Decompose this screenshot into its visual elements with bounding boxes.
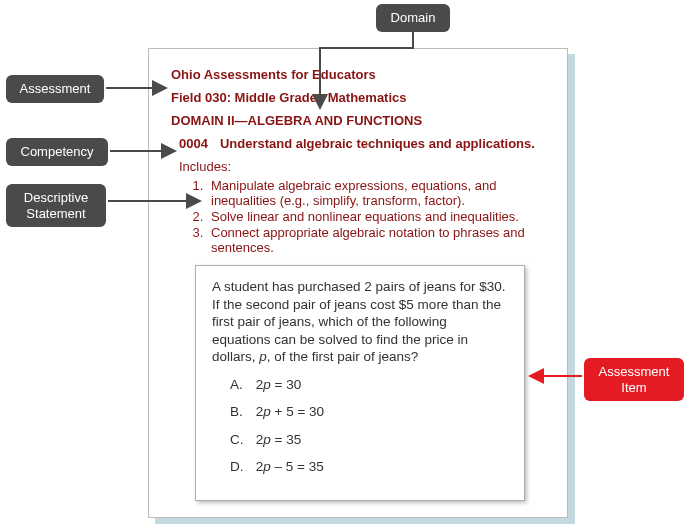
callout-domain: Domain — [376, 4, 450, 32]
descriptive-statements-list: Manipulate algebraic expressions, equati… — [207, 178, 549, 255]
competency-row: 0004 Understand algebraic techniques and… — [179, 136, 549, 151]
includes-label: Includes: — [179, 159, 549, 174]
callout-competency: Competency — [6, 138, 108, 166]
callout-descriptive-statement: Descriptive Statement — [6, 184, 106, 227]
choice-d: D. 2p – 5 = 35 — [230, 458, 508, 476]
choice-b: B. 2p + 5 = 30 — [230, 403, 508, 421]
stem-post: , of the first pair of jeans? — [267, 349, 419, 364]
choice-d-letter: D. — [230, 458, 252, 476]
choice-c-post: = 35 — [271, 432, 301, 447]
choice-d-var: p — [263, 459, 271, 474]
stem-var: p — [259, 349, 267, 364]
item-stem: A student has purchased 2 pairs of jeans… — [212, 278, 508, 366]
document-page: Ohio Assessments for Educators Field 030… — [148, 48, 568, 518]
assessment-title: Ohio Assessments for Educators — [171, 67, 549, 82]
descriptive-statement-2: Solve linear and nonlinear equations and… — [207, 209, 549, 224]
choice-d-post: – 5 = 35 — [271, 459, 324, 474]
answer-choices: A. 2p = 30 B. 2p + 5 = 30 C. 2p = 35 D. … — [230, 376, 508, 476]
choice-c: C. 2p = 35 — [230, 431, 508, 449]
choice-b-post: + 5 = 30 — [271, 404, 324, 419]
competency-text: Understand algebraic techniques and appl… — [220, 136, 535, 151]
choice-b-letter: B. — [230, 403, 252, 421]
callout-assessment: Assessment — [6, 75, 104, 103]
choice-c-letter: C. — [230, 431, 252, 449]
choice-a-post: = 30 — [271, 377, 301, 392]
choice-b-var: p — [263, 404, 271, 419]
choice-a: A. 2p = 30 — [230, 376, 508, 394]
competency-code: 0004 — [179, 136, 208, 151]
field-line: Field 030: Middle Grades Mathematics — [171, 90, 549, 105]
choice-c-var: p — [263, 432, 271, 447]
callout-assessment-item: Assessment Item — [584, 358, 684, 401]
descriptive-statement-1: Manipulate algebraic expressions, equati… — [207, 178, 549, 208]
assessment-item-box: A student has purchased 2 pairs of jeans… — [195, 265, 525, 501]
domain-line: DOMAIN II—ALGEBRA AND FUNCTIONS — [171, 113, 549, 128]
choice-a-letter: A. — [230, 376, 252, 394]
descriptive-statement-3: Connect appropriate algebraic notation t… — [207, 225, 549, 255]
choice-a-var: p — [263, 377, 271, 392]
